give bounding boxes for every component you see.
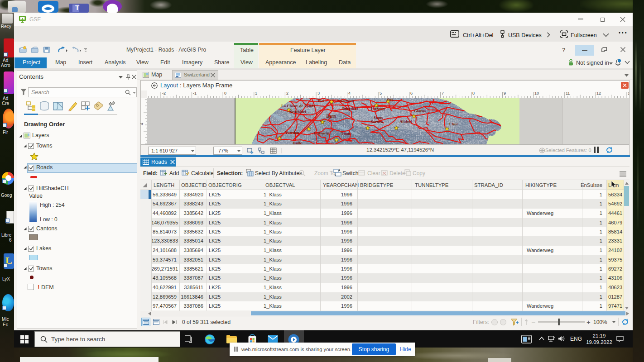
svg-text:Bern: Bern <box>326 114 336 119</box>
svg-text:10: 10 <box>534 91 539 95</box>
svg-text:Yverdon: Yverdon <box>285 130 299 135</box>
svg-text:Neuchâtel: Neuchâtel <box>289 110 306 114</box>
svg-text:Glarus: Glarus <box>414 109 426 113</box>
svg-text:0: 0 <box>224 91 226 95</box>
svg-text:Thun: Thun <box>341 131 350 136</box>
svg-text:1: 1 <box>255 91 257 95</box>
svg-text:-1: -1 <box>193 91 197 95</box>
svg-text:-2: -2 <box>162 91 166 95</box>
svg-text:6: 6 <box>410 91 413 95</box>
svg-text:2: 2 <box>286 91 288 95</box>
svg-text:Zug: Zug <box>387 98 394 101</box>
svg-text:Luzern: Luzern <box>370 106 385 111</box>
svg-text:Bulle: Bulle <box>293 141 302 144</box>
svg-text:13: 13 <box>628 91 629 95</box>
svg-text:9: 9 <box>504 91 506 95</box>
svg-text:12: 12 <box>596 91 601 95</box>
svg-text:Fribourg: Fribourg <box>314 131 329 135</box>
svg-text:11: 11 <box>566 91 570 95</box>
svg-text:4: 4 <box>348 91 351 95</box>
svg-text:Solothurn: Solothurn <box>337 99 354 103</box>
svg-text:Biel: Biel <box>318 99 325 103</box>
svg-text:3: 3 <box>317 91 320 95</box>
svg-text:Altdorf: Altdorf <box>399 119 412 124</box>
svg-text:7: 7 <box>442 91 444 95</box>
svg-text:5: 5 <box>380 91 382 95</box>
svg-text:8: 8 <box>472 91 475 95</box>
svg-text:Chur: Chur <box>449 122 458 126</box>
svg-text:La Chaux-de-Fonds: La Chaux-de-Fonds <box>281 104 315 108</box>
svg-text:Sarnen: Sarnen <box>371 119 383 124</box>
svg-text:Burgdorf: Burgdorf <box>342 106 358 111</box>
